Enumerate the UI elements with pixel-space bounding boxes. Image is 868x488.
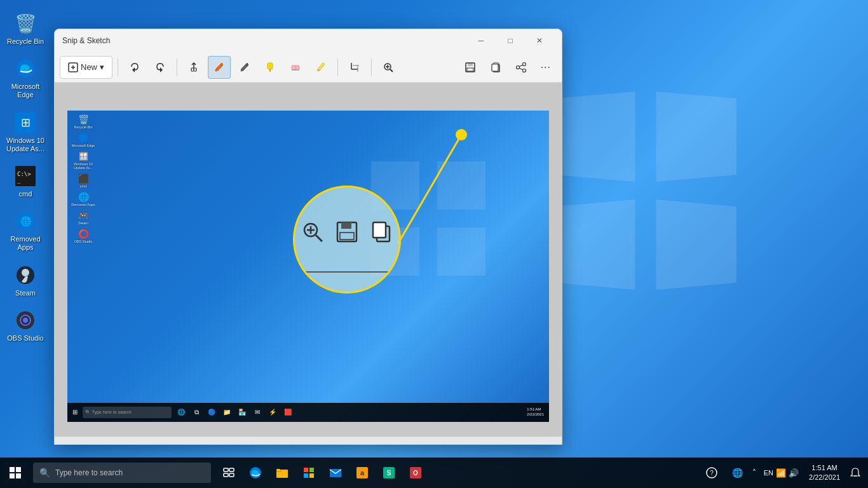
calligraphy-pen-icon bbox=[239, 62, 250, 73]
svg-rect-66 bbox=[304, 468, 308, 472]
undo-button[interactable] bbox=[123, 56, 146, 79]
svg-point-37 bbox=[522, 62, 526, 65]
tray-icon-sound[interactable]: 🔊 bbox=[789, 468, 799, 478]
highlighter-icon bbox=[264, 62, 276, 73]
svg-line-29 bbox=[390, 69, 393, 72]
window-title: Snip & Sketch bbox=[62, 36, 466, 45]
taskbar-amazon[interactable]: a bbox=[349, 458, 375, 488]
desktop-icon-edge[interactable]: Microsoft Edge bbox=[2, 55, 50, 102]
mini-icon-edge: Microsoft Edge bbox=[69, 132, 98, 147]
desktop-icon-removed-apps[interactable]: 🌐 Removed Apps bbox=[2, 207, 50, 254]
taskbar-edge[interactable] bbox=[243, 458, 268, 488]
svg-point-9 bbox=[22, 269, 29, 276]
pencil-button[interactable] bbox=[309, 56, 332, 79]
svg-text:a: a bbox=[360, 469, 365, 477]
svg-rect-57 bbox=[16, 473, 21, 478]
svg-text:O: O bbox=[413, 470, 418, 477]
svg-rect-34 bbox=[467, 68, 473, 71]
desktop-icon-steam[interactable]: Steam bbox=[2, 261, 50, 300]
window-scrollbar[interactable] bbox=[55, 437, 562, 444]
new-button[interactable]: New ▾ bbox=[60, 56, 112, 79]
taskbar-task-view[interactable] bbox=[216, 458, 241, 488]
search-icon: 🔍 bbox=[39, 468, 50, 478]
share-button[interactable] bbox=[510, 56, 532, 79]
touch-button[interactable] bbox=[182, 56, 205, 79]
win10update-label: Windows 10 Update As... bbox=[4, 137, 47, 153]
removed-apps-label: Removed Apps bbox=[4, 235, 47, 252]
desktop-win-logo bbox=[550, 95, 741, 286]
svg-rect-58 bbox=[224, 468, 228, 471]
removed-apps-icon: 🌐 bbox=[14, 210, 37, 233]
share-icon bbox=[515, 62, 527, 73]
highlighter-button[interactable] bbox=[259, 56, 281, 79]
desktop-icon-recycle-bin[interactable]: 🗑️ Recycle Bin bbox=[2, 10, 50, 48]
ballpoint-pen-button[interactable] bbox=[208, 56, 231, 79]
taskbar-help[interactable]: ? bbox=[699, 458, 724, 488]
touch-icon bbox=[188, 62, 200, 73]
svg-rect-55 bbox=[16, 467, 21, 472]
svg-point-44 bbox=[456, 129, 467, 140]
taskbar-network[interactable]: 🌐 bbox=[724, 458, 750, 488]
taskbar-app1[interactable]: S bbox=[376, 458, 402, 488]
desktop-icon-obs[interactable]: OBS Studio bbox=[2, 306, 50, 345]
notification-button[interactable] bbox=[845, 458, 865, 488]
taskbar-search[interactable]: 🔍 Type here to search bbox=[33, 463, 211, 483]
svg-rect-53 bbox=[373, 222, 386, 238]
taskbar-store[interactable] bbox=[296, 458, 322, 488]
close-button[interactable]: ✕ bbox=[525, 31, 554, 50]
taskbar-app2[interactable]: O bbox=[403, 458, 428, 488]
maximize-button[interactable]: □ bbox=[496, 31, 525, 50]
svg-text:S: S bbox=[387, 470, 391, 477]
steam-icon bbox=[14, 264, 37, 287]
desktop-icon-cmd[interactable]: C:\>_ cmd bbox=[2, 162, 50, 201]
redo-button[interactable] bbox=[149, 56, 172, 79]
recycle-bin-icon: 🗑️ bbox=[14, 12, 37, 35]
more-button[interactable]: ··· bbox=[535, 56, 557, 79]
start-button[interactable] bbox=[0, 458, 31, 488]
tray-icon-wifi[interactable]: 📶 bbox=[776, 468, 786, 478]
mini-clock: 1:51 AM 2/22/2021 bbox=[527, 407, 546, 417]
toolbar-divider-1 bbox=[118, 58, 118, 76]
mini-icon-obs: ⭕ OBS Studio bbox=[69, 228, 98, 243]
crop-button[interactable] bbox=[343, 56, 366, 79]
svg-rect-61 bbox=[229, 473, 234, 477]
taskbar-mail[interactable] bbox=[323, 458, 348, 488]
zoom-circle-content bbox=[301, 220, 393, 259]
mini-icon-steam: 🎮 Steam bbox=[69, 210, 98, 225]
eraser-icon bbox=[290, 62, 301, 73]
screenshot-preview: 🗑️ Recycle Bin Microsoft Edge 🪟 Windows … bbox=[67, 111, 549, 422]
svg-text:⊞: ⊞ bbox=[21, 116, 31, 129]
svg-text:?: ? bbox=[710, 470, 714, 477]
save-icon bbox=[465, 62, 476, 73]
eraser-button[interactable] bbox=[284, 56, 307, 79]
zoom-save-icon bbox=[335, 220, 359, 247]
svg-rect-36 bbox=[492, 64, 498, 71]
svg-marker-16 bbox=[132, 67, 135, 72]
svg-rect-65 bbox=[276, 469, 280, 471]
svg-text:🌐: 🌐 bbox=[20, 216, 32, 227]
taskbar-clock[interactable]: 1:51 AM 2/22/2021 bbox=[804, 463, 845, 483]
edge-label: Microsoft Edge bbox=[4, 83, 47, 99]
save-button[interactable] bbox=[459, 56, 482, 79]
window-toolbar: New ▾ bbox=[55, 52, 562, 83]
recycle-bin-label: Recycle Bin bbox=[7, 37, 44, 46]
calligraphy-pen-button[interactable] bbox=[233, 56, 256, 79]
svg-line-46 bbox=[316, 235, 322, 241]
svg-rect-50 bbox=[341, 222, 351, 229]
new-dropdown-icon: ▾ bbox=[100, 62, 104, 72]
minimize-button[interactable]: ─ bbox=[466, 31, 496, 50]
copy-button[interactable] bbox=[484, 56, 507, 79]
taskbar-explorer[interactable] bbox=[269, 458, 295, 488]
desktop-icon-area: 🗑️ Recycle Bin Microsoft Edge ⊞ Windows … bbox=[0, 6, 51, 348]
mini-taskbar-icons: 🌐 ⧉ 🔵 📁 🏪 ✉ ⚡ 🟥 bbox=[174, 405, 295, 419]
svg-line-41 bbox=[519, 68, 522, 69]
tray-icon-1[interactable]: EN bbox=[764, 469, 773, 477]
tray-chevron[interactable]: ˄ bbox=[750, 468, 759, 477]
toolbar-divider-4 bbox=[371, 58, 372, 76]
desktop-icon-win10update[interactable]: ⊞ Windows 10 Update As... bbox=[2, 109, 50, 156]
svg-point-12 bbox=[23, 318, 28, 323]
zoom-in-button[interactable] bbox=[377, 56, 400, 79]
redo-icon bbox=[154, 62, 166, 73]
toolbar-divider-2 bbox=[177, 58, 177, 76]
obs-icon bbox=[14, 309, 37, 332]
